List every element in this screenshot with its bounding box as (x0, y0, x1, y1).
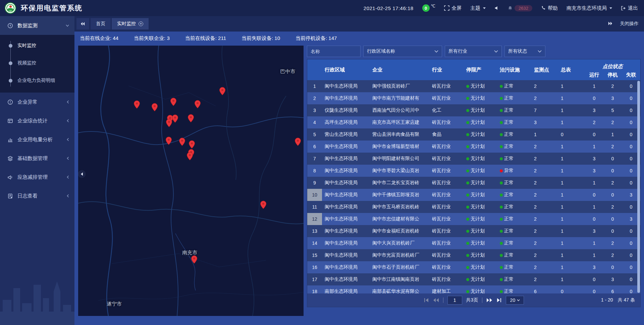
prev-page-button[interactable] (433, 298, 439, 303)
table-row[interactable]: 1阆中生态环境局阆中强锐页岩砖厂砖瓦行业无计划正常21120 (307, 80, 640, 92)
sidebar-subitem-3[interactable]: 企业电力负荷明细 (0, 72, 74, 89)
sidebar-item-7[interactable]: 日志查看 (0, 186, 74, 205)
cell-company: 营山县润丰肉食品有限 (370, 131, 429, 138)
map-marker-pin[interactable] (179, 138, 185, 146)
cell-limit: 无计划 (464, 119, 497, 125)
industry-filter-select[interactable]: 所有行业 (445, 46, 502, 57)
tabs-scroll-left-button[interactable] (76, 18, 89, 30)
table-row[interactable]: 18南部生态环境局南部县砿华水泥有限公建材加工无计划正常60060 (307, 285, 640, 293)
map-marker-pin[interactable] (189, 140, 195, 149)
sidebar-item-6[interactable]: 应急减排管理 (0, 168, 74, 186)
table-row[interactable]: 15阆中生态环境局阆中市光富页岩机砖厂砖瓦行业无计划正常21120 (307, 249, 640, 261)
table-row[interactable]: 16阆中生态环境局阆中市石子页岩机砖厂砖瓦行业无计划正常21300 (307, 261, 640, 273)
table-row[interactable]: 6阆中生态环境局阆中市金博瑞新型墙材砖瓦行业无计划正常21120 (307, 141, 640, 153)
cell-meters: 1 (558, 168, 585, 173)
sidebar-item-1[interactable]: 数据监测 (0, 16, 74, 35)
table-row[interactable]: 3仪陇生态环境局西南油气田分公司川中化工无计划正常71350 (307, 104, 640, 116)
cell-stop: 2 (603, 180, 622, 185)
log-icon (7, 193, 13, 199)
tab-close-icon[interactable]: ✕ (139, 21, 143, 26)
table-row[interactable]: 14阆中生态环境局阆中大兴页岩机砖厂砖瓦行业无计划正常21120 (307, 237, 640, 249)
sidebar-subitem-2[interactable]: 视频监控 (0, 54, 74, 72)
map-marker-pin[interactable] (151, 103, 158, 112)
notifications-button[interactable]: 2632 (508, 5, 532, 11)
table-row[interactable]: 8阆中生态环境局阆中市枣碧大梁山页岩砖瓦行业无计划异常21300 (307, 165, 640, 177)
sidebar-item-label: 数据监测 (17, 22, 66, 29)
map-marker-pin[interactable] (166, 119, 172, 127)
cell-facility: 正常 (497, 119, 531, 125)
map-marker-pin[interactable] (133, 100, 140, 109)
cell-index: 14 (307, 237, 322, 249)
logout-button[interactable]: 退出 (621, 5, 638, 11)
cell-industry: 砖瓦行业 (429, 216, 464, 222)
cell-points: 2 (531, 228, 558, 234)
map-marker-pin[interactable] (194, 100, 201, 109)
close-operations-button[interactable]: 关闭操作 (620, 21, 639, 27)
region-filter-select[interactable]: 行政区域名称 (363, 46, 442, 57)
tab-1[interactable]: 首页 (91, 18, 111, 30)
cell-facility: 异常 (497, 168, 531, 174)
cell-limit: 无计划 (464, 288, 497, 293)
page-number-input[interactable] (447, 296, 462, 305)
cell-company: 阆中市枣碧大梁山页岩 (370, 168, 429, 174)
theme-dropdown[interactable]: 主题 (470, 5, 486, 11)
map-marker-pin[interactable] (191, 255, 198, 264)
col-lost: 失联 (622, 72, 640, 78)
fullscreen-button[interactable]: 全屏 (444, 5, 462, 11)
table-row[interactable]: 13阆中生态环境局阆中市金福旺页岩机砖砖瓦行业无计划正常21300 (307, 225, 640, 237)
tab-2[interactable]: 实时监控✕ (112, 18, 149, 30)
table-row[interactable]: 10阆中生态环境局阆中千佛镇五郎垭页岩砖瓦行业无计划正常21003 (307, 189, 640, 201)
table-row[interactable]: 17阆中生态环境局阆中市江南镇阆南页岩砖瓦行业无计划正常21030 (307, 273, 640, 285)
sidebar-item-5[interactable]: 基础数据管理 (0, 149, 74, 168)
next-page-button[interactable] (486, 298, 492, 303)
map-marker-pin[interactable] (294, 138, 301, 146)
map-marker-pin[interactable] (165, 137, 172, 145)
status-dot-green (500, 266, 503, 269)
tab-label: 首页 (96, 21, 105, 27)
name-filter-input[interactable] (307, 46, 361, 57)
last-page-button[interactable] (496, 298, 502, 303)
table-row[interactable]: 12阆中生态环境局阆中市忠信建材有限公砖瓦行业无计划正常21003 (307, 213, 640, 225)
map-marker-pin[interactable] (260, 201, 267, 209)
cell-run: 3 (585, 108, 603, 113)
map-canvas[interactable]: 巴中市南充市遂宁市 (78, 46, 304, 316)
map-marker-pin[interactable] (186, 152, 193, 161)
map-marker-pin[interactable] (172, 114, 178, 123)
table-row[interactable]: 11阆中生态环境局阆中市五马桥页岩机砖砖瓦行业无计划正常21120 (307, 201, 640, 213)
sidebar-item-2[interactable]: 企业异常 (0, 93, 74, 111)
map-marker-pin[interactable] (170, 98, 177, 106)
status-filter-select[interactable]: 所有状态 (504, 46, 545, 57)
cell-company: 阆中市江南镇阆南页岩 (370, 276, 429, 282)
cell-company: 阆中市石子页岩机砖厂 (370, 264, 429, 270)
table-row[interactable]: 4高坪生态环境局南充市高坪区王家店建砖瓦行业无计划正常31220 (307, 116, 640, 128)
cell-stop: 2 (603, 120, 622, 125)
table-row[interactable]: 5营山生态环境局营山县润丰肉食品有限食品无计划正常10010 (307, 128, 640, 141)
sidebar-item-4[interactable]: 企业用电量分析 (0, 130, 74, 149)
sidebar-subitem-1[interactable]: 实时监控 (0, 37, 74, 54)
exit-icon (621, 6, 626, 11)
page-size-select[interactable]: 20 (506, 296, 524, 305)
table-row[interactable]: 9阆中生态环境局阆中市二龙长宝页岩砖砖瓦行业无计划正常21120 (307, 177, 640, 189)
table-scrollbar[interactable] (637, 81, 640, 293)
table-row[interactable]: 7阆中生态环境局阆中明阳建材有限公司砖瓦行业无计划正常21300 (307, 153, 640, 165)
sidebar-item-3[interactable]: 企业综合统计 (0, 111, 74, 130)
stat-value: 10 (274, 35, 280, 41)
tabs-scroll-right-button[interactable] (608, 21, 612, 26)
cell-run: 2 (585, 120, 603, 125)
map-marker-pin[interactable] (219, 87, 226, 96)
table-row[interactable]: 2阆中生态环境局阆中市南方节能建材有砖瓦行业无计划正常21030 (307, 92, 640, 104)
mute-button[interactable] (494, 6, 499, 10)
chart-icon (7, 137, 13, 143)
phone-icon (541, 6, 546, 10)
stat-label: 当前在线企业: (80, 35, 113, 41)
first-page-button[interactable] (424, 298, 429, 303)
cell-run: 3 (585, 156, 603, 161)
status-dot-green (500, 242, 503, 245)
cell-stop: 0 (603, 192, 622, 198)
map-marker-pin[interactable] (187, 114, 194, 123)
organization-dropdown[interactable]: 南充市生态环境局 (567, 5, 612, 11)
status-dot-green (466, 278, 469, 281)
total-pages-label: 共3页 (466, 297, 478, 303)
cell-stop: 0 (603, 168, 622, 173)
help-button[interactable]: 帮助 (541, 5, 558, 11)
